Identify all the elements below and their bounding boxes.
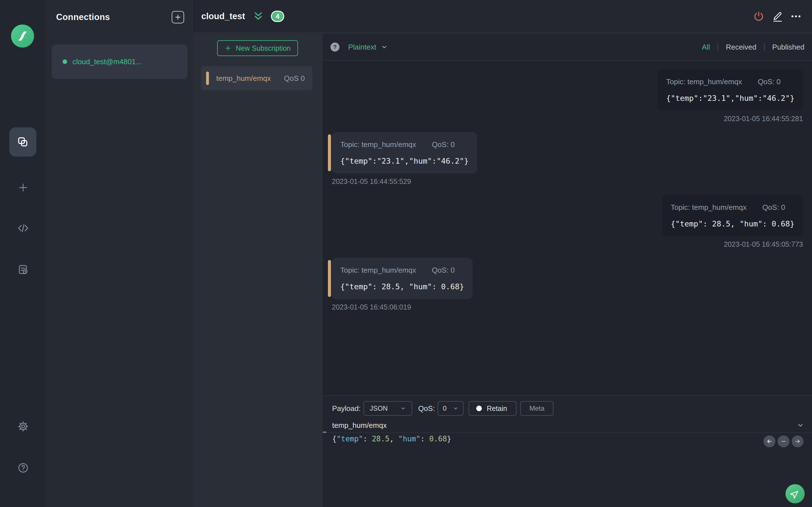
more-options-button[interactable] <box>790 11 802 22</box>
message-published: Topic: temp_hum/emqx QoS: 0 {"temp": 28.… <box>662 195 803 248</box>
sidebar-item-settings[interactable] <box>0 420 46 432</box>
history-clear-button[interactable] <box>777 436 790 447</box>
sidebar-item-log[interactable] <box>0 264 46 275</box>
connection-name: cloud_test@m4801... <box>72 57 142 66</box>
meta-label: Meta <box>529 404 545 412</box>
publish-payload-editor[interactable]: {"temp": 28.5, "hum": 0.68} <box>332 435 451 443</box>
message-timestamp: 2023-01-05 16:44:55:529 <box>332 177 411 186</box>
subscription-item[interactable]: temp_hum/emqx QoS 0 <box>201 66 312 91</box>
payload-token: 28.5 <box>372 435 390 443</box>
message-payload: {"temp":"23.1","hum":"46.2"} <box>666 94 795 103</box>
gear-icon <box>17 420 29 432</box>
code-icon <box>17 222 29 234</box>
connection-status-dot <box>63 59 67 64</box>
qos-select[interactable]: 0 <box>438 401 463 416</box>
payload-format-help-icon[interactable]: ? <box>331 43 340 52</box>
chevron-down-icon <box>400 406 406 411</box>
message-published: Topic: temp_hum/emqx QoS: 0 {"temp":"23.… <box>658 69 803 123</box>
filter-published[interactable]: Published <box>772 43 804 52</box>
pencil-icon <box>772 11 783 22</box>
mqttx-logo <box>11 24 34 48</box>
retain-dot-icon <box>476 406 482 411</box>
history-next-button[interactable] <box>792 436 804 447</box>
retain-toggle[interactable]: Retain <box>469 401 516 416</box>
message-qos: QoS: 0 <box>432 140 455 149</box>
payload-format-select[interactable]: JSON <box>363 401 412 416</box>
payload-token: , <box>390 435 398 443</box>
log-icon <box>17 264 29 275</box>
subscriptions-panel: New Subscription temp_hum/emqx QoS 0 <box>193 34 322 507</box>
nav-rail <box>0 0 46 507</box>
payload-format-value: JSON <box>370 404 388 412</box>
message-payload: {"temp": 28.5, "hum": 0.68} <box>340 282 464 291</box>
minus-icon <box>780 438 787 445</box>
message-list[interactable]: Topic: temp_hum/emqx QoS: 0 {"temp":"23.… <box>323 61 812 395</box>
message-timestamp: 2023-01-05 16:45:06:019 <box>332 303 411 311</box>
message-history-pager <box>763 436 804 447</box>
chevron-down-icon <box>453 406 458 411</box>
connections-icon <box>17 136 29 148</box>
sidebar-item-connections[interactable] <box>9 127 36 157</box>
qos-label: QoS: <box>418 404 435 413</box>
payload-token: "hum" <box>398 435 420 443</box>
publish-divider <box>323 432 812 433</box>
publish-topic-input[interactable]: temp_hum/emqx <box>332 421 387 430</box>
connections-title: Connections <box>56 12 110 22</box>
message-timestamp: 2023-01-05 16:45:05:773 <box>724 240 803 248</box>
filter-received[interactable]: Received <box>726 43 756 52</box>
message-color-bar <box>328 260 331 297</box>
payload-token: "temp" <box>337 435 363 443</box>
message-topic: Topic: temp_hum/emqx <box>666 77 742 86</box>
new-subscription-button[interactable]: New Subscription <box>217 40 298 56</box>
message-card: Topic: temp_hum/emqx QoS: 0 {"temp":"23.… <box>658 69 803 111</box>
message-format-select[interactable]: Plaintext <box>348 43 388 52</box>
message-timestamp: 2023-01-05 16:44:55:281 <box>724 115 803 123</box>
header-actions <box>753 11 802 22</box>
messages-toolbar: ? Plaintext All Received Published <box>323 34 812 61</box>
collapse-connection-button[interactable] <box>253 11 264 21</box>
connections-panel: Connections cloud_test@m4801... <box>47 0 193 507</box>
history-prev-button[interactable] <box>763 436 775 447</box>
payload-token: : <box>420 435 429 443</box>
collapse-editor-icon[interactable] <box>797 421 804 429</box>
power-icon <box>753 11 764 22</box>
add-connection-button[interactable] <box>172 11 184 23</box>
send-button[interactable] <box>785 484 805 503</box>
subscription-color-bar <box>206 71 209 85</box>
message-row: Topic: temp_hum/emqx QoS: 0 {"temp":"23.… <box>328 132 477 173</box>
filter-divider <box>764 43 765 51</box>
payload-token: : <box>363 435 372 443</box>
mqttx-logo-icon <box>16 30 29 43</box>
sidebar-item-script[interactable] <box>0 222 46 234</box>
disconnect-button[interactable] <box>753 11 764 22</box>
edit-connection-button[interactable] <box>772 11 783 22</box>
connection-item[interactable]: cloud_test@m4801... <box>52 45 188 79</box>
message-topic: Topic: temp_hum/emqx <box>340 266 416 275</box>
new-subscription-label: New Subscription <box>236 44 291 52</box>
sidebar-item-help[interactable] <box>0 462 46 473</box>
message-count-badge: 4 <box>271 11 284 22</box>
message-payload: {"temp":"23.1","hum":"46.2"} <box>340 157 469 165</box>
arrow-right-icon <box>794 438 801 445</box>
message-topic: Topic: temp_hum/emqx <box>671 203 747 212</box>
connection-title: cloud_test <box>201 11 245 21</box>
double-chevron-down-icon <box>253 11 264 21</box>
message-card: Topic: temp_hum/emqx QoS: 0 {"temp": 28.… <box>662 195 803 236</box>
help-icon <box>17 462 29 473</box>
meta-button[interactable]: Meta <box>520 401 553 416</box>
chevron-down-icon <box>381 44 388 50</box>
message-meta: Topic: temp_hum/emqx QoS: 0 <box>666 77 795 86</box>
plus-icon <box>17 182 29 193</box>
message-card: Topic: temp_hum/emqx QoS: 0 {"temp": 28.… <box>332 258 472 299</box>
publish-toolbar: Payload: JSON QoS: 0 Retain <box>332 401 553 416</box>
publish-panel: Payload: JSON QoS: 0 Retain <box>323 395 812 507</box>
message-meta: Topic: temp_hum/emqx QoS: 0 <box>340 140 469 149</box>
message-received: Topic: temp_hum/emqx QoS: 0 {"temp":"23.… <box>328 132 477 186</box>
message-qos: QoS: 0 <box>432 266 455 275</box>
retain-label: Retain <box>487 404 507 413</box>
sidebar-item-new-connection[interactable] <box>0 182 46 193</box>
main-area: cloud_test 4 <box>193 0 812 507</box>
plus-icon <box>174 13 182 21</box>
payload-token: 0.68 <box>429 435 447 443</box>
filter-all[interactable]: All <box>702 43 710 52</box>
